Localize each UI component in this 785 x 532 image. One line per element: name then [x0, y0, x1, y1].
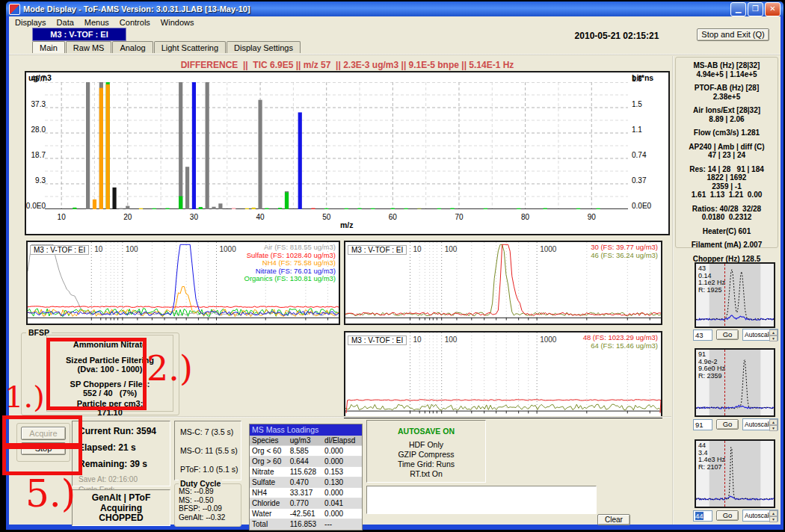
x-tick-label: 10 — [413, 245, 422, 253]
window-border-right — [781, 16, 784, 526]
x-axis-label: m/z — [340, 220, 354, 229]
menu-data[interactable]: Data — [52, 17, 78, 28]
spinner-down-icon[interactable]: ▼ — [769, 335, 778, 341]
menu-displays[interactable]: Displays — [10, 17, 51, 28]
tab-light-scattering[interactable]: Light Scattering — [154, 41, 226, 53]
x-tick: 60 — [385, 213, 400, 221]
instrument-stats-panel: MS-AB (Hz) [28|32]4.94e+5 | 1.14e+5PTOF-… — [675, 57, 778, 248]
sp-go-button[interactable]: Go — [716, 330, 739, 340]
stats-line: Res: 14 | 28 91 | 184 — [676, 165, 778, 174]
stats-line: Flow (cm3/s) 1.281 — [676, 129, 778, 137]
x-tick: 80 — [518, 213, 533, 221]
x-tick-label: 10 — [94, 245, 102, 253]
legend-entry: 30 (FS: 39.77 ug/m3) — [591, 244, 658, 252]
tab-main[interactable]: Main — [32, 41, 65, 53]
horizontal-divider — [9, 416, 671, 418]
y-tick-left: 0.0E0 — [23, 202, 46, 210]
stats-line: Air Ions/Ext [28|32] — [676, 106, 778, 115]
stop-and-exit-button[interactable]: Stop and Exit (Q) — [697, 28, 769, 41]
mass-table-cell: 8.585 — [288, 446, 322, 457]
legend-entry: 46 (FS: 36.24 ug/m3) — [591, 252, 658, 260]
stats-line: AP240 | Amb | diff (C) — [676, 143, 778, 152]
x-tick: 40 — [253, 213, 268, 221]
autoscale-spinner[interactable]: ▲▼ — [769, 330, 778, 340]
legend-entry: Organics (FS: 130.81 ug/m3) — [244, 275, 336, 283]
sp-autoscale[interactable]: Autoscale▲▼ — [742, 418, 778, 430]
spinner-down-icon[interactable]: ▼ — [769, 516, 778, 522]
tab-raw-ms[interactable]: Raw MS — [66, 41, 112, 53]
run-info-line: Current Run: 3594 — [78, 426, 170, 436]
mass-table-cell: Chloride — [250, 498, 288, 509]
duty-cycle-line: MS: --0.50 — [179, 496, 241, 505]
sp-go-button[interactable]: Go — [716, 510, 739, 521]
stats-group: Res: 14 | 28 91 | 1841822 | 16922359 | -… — [676, 165, 778, 200]
sp-autoscale[interactable]: Autoscale▲▼ — [742, 329, 778, 341]
menu-menus[interactable]: Menus — [80, 17, 114, 28]
sp-mz-input[interactable]: 44 — [693, 510, 712, 522]
mz-spectrum-plot — [45, 82, 628, 209]
run-info-line: Remaining: 39 s — [78, 459, 170, 469]
spinner-up-icon[interactable]: ▲ — [769, 419, 778, 425]
run-info-panel: Current Run: 3594Elapsed: 21 sRemaining:… — [72, 421, 170, 486]
message-log-box[interactable] — [366, 486, 597, 514]
autosave-option: HDF Only — [367, 440, 485, 450]
autoscale-spinner[interactable]: ▲▼ — [769, 419, 778, 430]
mass-table-header-row: Speciesug/m3dl/Elapsd — [250, 436, 362, 446]
menu-bar: DisplaysDataMenusControlsWindows — [9, 17, 782, 28]
sp-readout: 43 0.14 1.1e2 Hz R: 1925 — [698, 265, 725, 294]
sp-mz-input[interactable]: 43 — [693, 330, 712, 341]
mass-table-cell: 0.000 — [322, 446, 362, 457]
stats-line: 8.89 | 2.06 — [676, 115, 778, 124]
maximize-icon[interactable]: ❒ — [748, 2, 763, 16]
menu-windows[interactable]: Windows — [156, 17, 199, 28]
mass-table-cell: Sulfate — [250, 477, 288, 488]
mass-table-header-cell: Species — [250, 436, 288, 446]
acquisition-status-line: Acquiring — [73, 504, 170, 514]
stats-group: AP240 | Amb | diff (C)47 | 23 | 24 — [676, 143, 778, 160]
stats-line: 0.0180 0.2312 — [676, 213, 778, 222]
stats-line: 1.61 1.13 1.21 0.00 — [676, 191, 778, 200]
sp-autoscale[interactable]: Autoscale▲▼ — [742, 510, 778, 522]
mass-table-cell: 0.000 — [322, 509, 362, 519]
spinner-down-icon[interactable]: ▼ — [769, 425, 778, 431]
sp-readout: 91 4.9e-2 9.6e0 Hz R: 2359 — [698, 351, 725, 380]
mass-table-cell: 116.853 — [288, 519, 322, 530]
mass-table-cell: 0.153 — [322, 467, 362, 477]
spinner-up-icon[interactable]: ▲ — [769, 330, 778, 335]
y-tick-right: 1.1 — [632, 126, 654, 134]
tab-display-settings[interactable]: Display Settings — [227, 41, 301, 53]
x-tick: 20 — [120, 213, 135, 221]
sp-mz-value: 91 — [695, 421, 704, 429]
title-bar: Mode Display - ToF-AMS Version: 3.0.31.J… — [6, 1, 784, 16]
clear-button[interactable]: Clear — [597, 514, 630, 525]
x-tick: 90 — [584, 213, 599, 221]
timing-line: PToF: 1.0 (5.1 s) — [180, 465, 241, 474]
tab-strip: MainRaw MSAnalogLight ScatteringDisplay … — [32, 41, 301, 55]
autoscale-spinner[interactable]: ▲▼ — [769, 510, 778, 521]
y-tick-right: 0.74 — [632, 151, 654, 159]
tab-analog[interactable]: Analog — [112, 41, 153, 53]
stats-line: Filament (mA) 2.007 — [676, 241, 778, 250]
x-tick: 30 — [186, 213, 201, 221]
legend-entry: Air (FS: 818.55 ug/m3) — [244, 244, 336, 252]
y-tick-left: 46.7 — [23, 75, 46, 83]
duty-cycle-title: Duty Cycle — [179, 479, 222, 488]
annotation-label-1: 1.) — [4, 380, 45, 414]
sp-mz-value: 44 — [695, 512, 704, 520]
acquisition-status-line: GenAlt | PToF — [73, 493, 170, 504]
minimize-icon[interactable]: ▁ — [730, 2, 746, 16]
menu-controls[interactable]: Controls — [115, 17, 155, 28]
mass-table-cell: 0.041 — [322, 498, 362, 509]
duty-cycle-line: GenAlt: --0.32 — [179, 513, 241, 522]
sp-mz-input[interactable]: 91 — [693, 419, 712, 430]
close-icon[interactable]: ✕ — [765, 2, 781, 16]
spinner-up-icon[interactable]: ▲ — [769, 510, 778, 516]
mode-badge: M3 : V-TOF : EI — [32, 28, 126, 41]
legend-entry: 48 (FS: 1023.29 ug/m3) — [583, 334, 658, 342]
stats-group: Flow (cm3/s) 1.281 — [676, 129, 778, 137]
mass-table-cell: 115.628 — [288, 467, 322, 477]
mz-spectrum-chart: ug/m3 bit*ns m/z 0.0E09.318.728.037.346.… — [25, 71, 670, 235]
stats-line: Ratios: 40/28 32/28 — [676, 205, 778, 214]
y-tick-left: 18.7 — [23, 151, 46, 159]
sp-go-button[interactable]: Go — [716, 419, 739, 430]
